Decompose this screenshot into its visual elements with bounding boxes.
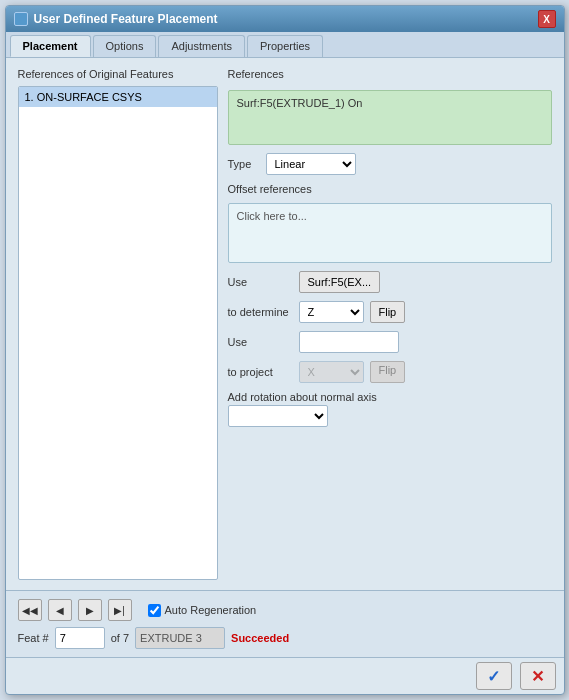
click-here-text: Click here to... [237,210,307,222]
use2-input[interactable] [299,331,399,353]
use2-label: Use [228,336,293,348]
left-panel: References of Original Features 1. ON-SU… [18,68,218,580]
flip-button-2-disabled: Flip [370,361,406,383]
tab-options[interactable]: Options [93,35,157,57]
extrude-input [135,627,225,649]
left-panel-title: References of Original Features [18,68,218,80]
window-icon [14,12,28,26]
of-label: of 7 [111,632,129,644]
click-here-box[interactable]: Click here to... [228,203,552,263]
main-content: References of Original Features 1. ON-SU… [6,58,564,590]
feat-row: Feat # of 7 Succeeded [18,627,552,649]
to-determine-label: to determine [228,306,293,318]
references-title: References [228,68,552,80]
cancel-button[interactable]: ✕ [520,662,556,690]
tab-adjustments[interactable]: Adjustments [158,35,245,57]
status-label: Succeeded [231,632,289,644]
right-panel: References Surf:F5(EXTRUDE_1) On Type Li… [228,68,552,580]
ok-icon: ✓ [487,667,500,686]
to-project-label: to project [228,366,293,378]
feature-item[interactable]: 1. ON-SURFACE CSYS [19,87,217,107]
use2-row: Use [228,331,552,353]
flip-button-1[interactable]: Flip [370,301,406,323]
tab-placement[interactable]: Placement [10,35,91,57]
rotation-section: Add rotation about normal axis [228,391,552,427]
feat-input[interactable] [55,627,105,649]
type-row: Type Linear Radial Along Direction [228,153,552,175]
auto-regen-checkbox[interactable] [148,604,161,617]
title-bar-left: User Defined Feature Placement [14,12,218,26]
to-project-row: to project X Flip [228,361,552,383]
nav-next-button[interactable]: ▶ [78,599,102,621]
cancel-icon: ✕ [531,667,544,686]
x-select: X [299,361,364,383]
use-label: Use [228,276,293,288]
window-title: User Defined Feature Placement [34,12,218,26]
use-row: Use Surf:F5(EX... [228,271,552,293]
references-box: Surf:F5(EXTRUDE_1) On [228,90,552,145]
type-select[interactable]: Linear Radial Along Direction [266,153,356,175]
nav-last-button[interactable]: ▶| [108,599,132,621]
feature-list: 1. ON-SURFACE CSYS [18,86,218,580]
rotation-select[interactable] [228,405,328,427]
feat-label: Feat # [18,632,49,644]
rotation-label: Add rotation about normal axis [228,391,552,403]
close-button[interactable]: X [538,10,556,28]
nav-first-button[interactable]: ◀◀ [18,599,42,621]
nav-prev-button[interactable]: ◀ [48,599,72,621]
tab-properties[interactable]: Properties [247,35,323,57]
main-window: User Defined Feature Placement X Placeme… [5,5,565,695]
tab-bar: Placement Options Adjustments Properties [6,32,564,58]
auto-regen-container: Auto Regeneration [148,604,257,617]
action-row: ✓ ✕ [6,657,564,694]
auto-regen-label: Auto Regeneration [165,604,257,616]
ok-button[interactable]: ✓ [476,662,512,690]
z-select[interactable]: X Y Z [299,301,364,323]
to-determine-row: to determine X Y Z Flip [228,301,552,323]
ref-value: Surf:F5(EXTRUDE_1) On [237,97,363,109]
offset-label: Offset references [228,183,552,195]
surf-button[interactable]: Surf:F5(EX... [299,271,381,293]
nav-row: ◀◀ ◀ ▶ ▶| Auto Regeneration [18,599,552,621]
title-bar: User Defined Feature Placement X [6,6,564,32]
bottom-bar: ◀◀ ◀ ▶ ▶| Auto Regeneration Feat # of 7 … [6,590,564,657]
main-area: References of Original Features 1. ON-SU… [18,68,552,580]
type-label: Type [228,158,258,170]
